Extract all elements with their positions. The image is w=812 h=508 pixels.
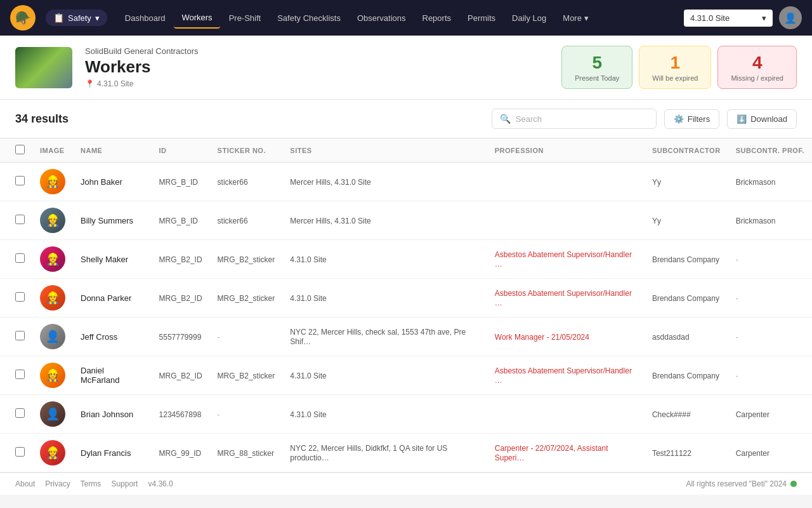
site-selector-label: 4.31.0 Site (690, 13, 730, 23)
row-checkbox-cell (0, 356, 32, 395)
table-row: 👤 Jeff Cross 5557779999 - NYC 22, Mercer… (0, 318, 812, 356)
worker-subcontractor-cell: Brendans Company (645, 356, 728, 395)
worker-id-cell: MRG_B_ID (152, 201, 210, 240)
worker-name-cell[interactable]: Shelly Maker (73, 240, 152, 279)
footer-right: All rights reserved "Beti" 2024 (686, 479, 797, 488)
nav-dashboard[interactable]: Dashboard (117, 8, 173, 28)
row-checkbox-1[interactable] (15, 215, 25, 224)
nav-preshift[interactable]: Pre-Shift (221, 8, 269, 28)
worker-name-cell[interactable]: John Baker (73, 163, 152, 201)
col-profession: PROFESSION (487, 138, 645, 163)
site-name: 4.31.0 Site (97, 79, 133, 88)
row-checkbox-0[interactable] (15, 176, 25, 185)
worker-sticker-2: MRG_B2_sticker (218, 255, 275, 264)
worker-image-cell: 👷 (32, 240, 73, 279)
workers-table: IMAGE NAME ID STICKER NO. SITES PROFESSI… (0, 138, 812, 472)
worker-profession-cell: Carpenter - 22/07/2024, Assistant Superi… (487, 434, 645, 472)
worker-name-cell[interactable]: Brian Johnson (73, 395, 152, 434)
worker-name-cell[interactable]: Dylan Francis (73, 434, 152, 472)
worker-sticker-cell: sticker66 (210, 163, 283, 201)
worker-sticker-5: MRG_B2_sticker (218, 371, 275, 380)
worker-sites-0: Mercer Hills, 4.31.0 Site (290, 178, 370, 187)
worker-avatar-0: 👷 (40, 169, 65, 194)
row-checkbox-6[interactable] (15, 408, 25, 418)
worker-subcon-5: Brendans Company (652, 371, 719, 380)
row-checkbox-2[interactable] (15, 253, 25, 263)
stat-present-today[interactable]: 5 Present Today (561, 46, 632, 89)
worker-name-cell[interactable]: Jeff Cross (73, 318, 152, 356)
stat-missing-expired[interactable]: 4 Missing / expired (717, 46, 797, 89)
worker-subcon-1: Yy (652, 217, 661, 225)
worker-name-3: Donna Parker (81, 293, 131, 303)
worker-id-cell: MRG_99_ID (152, 434, 210, 472)
col-checkbox (0, 138, 32, 163)
col-sites: SITES (282, 138, 487, 163)
worker-sticker-0: sticker66 (218, 178, 248, 187)
safety-module-selector[interactable]: 📋 Safety ▾ (46, 10, 107, 26)
logo[interactable]: 🪖 (10, 5, 36, 30)
row-checkbox-5[interactable] (15, 370, 25, 379)
worker-name-cell[interactable]: Billy Summers (73, 201, 152, 240)
worker-subcontrprof-cell: Carpenter (728, 395, 812, 434)
row-checkbox-cell (0, 279, 32, 318)
table-row: 👤 Brian Johnson 1234567898 - 4.31.0 Site… (0, 395, 812, 434)
nav-observations[interactable]: Observations (350, 8, 414, 28)
worker-avatar-3: 👷 (40, 285, 65, 311)
user-avatar[interactable]: 👤 (779, 6, 802, 29)
nav-workers[interactable]: Workers (174, 8, 219, 29)
download-button[interactable]: ⬇️ Download (727, 109, 797, 129)
footer-privacy[interactable]: Privacy (45, 479, 70, 488)
worker-sites-cell: 4.31.0 Site (282, 356, 487, 395)
worker-sites-2: 4.31.0 Site (290, 255, 326, 264)
stat-will-expire[interactable]: 1 Will be expired (639, 46, 711, 89)
worker-id-cell: MRG_B2_ID (152, 240, 210, 279)
search-input[interactable] (516, 114, 648, 124)
footer-support[interactable]: Support (111, 479, 138, 488)
worker-profession-cell (487, 395, 645, 434)
worker-sites-cell: Mercer Hills, 4.31.0 Site (282, 201, 487, 240)
table-row: 👷 Dylan Francis MRG_99_ID MRG_88_sticker… (0, 434, 812, 472)
row-checkbox-7[interactable] (15, 447, 25, 457)
worker-subcontrprof-cell: Brickmason (728, 201, 812, 240)
logo-icon: 🪖 (15, 10, 31, 25)
worker-profession-cell: Asbestos Abatement Supervisor/Handler … (487, 240, 645, 279)
filters-button[interactable]: ⚙️ Filters (664, 109, 719, 129)
worker-sticker-1: sticker66 (218, 217, 248, 225)
worker-profession-cell: Asbestos Abatement Supervisor/Handler … (487, 279, 645, 318)
worker-subcon-0: Yy (652, 178, 661, 187)
nav-right: 4.31.0 Site ▾ 👤 (684, 6, 802, 29)
worker-sites-6: 4.31.0 Site (290, 410, 326, 419)
worker-sticker-7: MRG_88_sticker (218, 449, 274, 458)
nav-daily-log[interactable]: Daily Log (504, 8, 554, 28)
worker-subcon-7: Test211122 (652, 449, 691, 458)
nav-reports[interactable]: Reports (415, 8, 459, 28)
worker-id-5: MRG_B2_ID (159, 371, 202, 380)
worker-subcontractor-cell: Brendans Company (645, 240, 728, 279)
select-all-checkbox[interactable] (15, 145, 25, 154)
worker-image-cell: 👷 (32, 279, 73, 318)
worker-name-cell[interactable]: Donna Parker (73, 279, 152, 318)
footer-about[interactable]: About (15, 479, 35, 488)
worker-profession-7: Carpenter - 22/07/2024, Assistant Superi… (495, 444, 608, 462)
page-title: Workers (85, 57, 549, 77)
table-row: 👷 Billy Summers MRG_B_ID sticker66 Merce… (0, 201, 812, 240)
worker-subconprof-4: - (736, 333, 738, 342)
nav-more[interactable]: More ▾ (555, 8, 596, 28)
nav-permits[interactable]: Permits (460, 8, 503, 28)
worker-subcontrprof-cell: - (728, 356, 812, 395)
worker-sites-4: NYC 22, Mercer Hills, check sal, 1553 47… (290, 328, 466, 346)
worker-subcontrprof-cell: - (728, 240, 812, 279)
worker-subcon-3: Brendans Company (652, 294, 719, 303)
row-checkbox-cell (0, 395, 32, 434)
worker-subconprof-3: - (736, 294, 738, 303)
row-checkbox-4[interactable] (15, 331, 25, 340)
site-selector[interactable]: 4.31.0 Site ▾ (684, 10, 773, 27)
row-checkbox-3[interactable] (15, 292, 25, 302)
table-header-row: IMAGE NAME ID STICKER NO. SITES PROFESSI… (0, 138, 812, 163)
nav-safety-checklists[interactable]: Safety Checklists (270, 8, 348, 28)
safety-label: Safety (68, 13, 91, 23)
worker-sites-3: 4.31.0 Site (290, 294, 326, 303)
worker-name-cell[interactable]: Daniel McFarland (73, 356, 152, 395)
footer-terms[interactable]: Terms (81, 479, 102, 488)
worker-profession-3: Asbestos Abatement Supervisor/Handler … (495, 289, 632, 307)
